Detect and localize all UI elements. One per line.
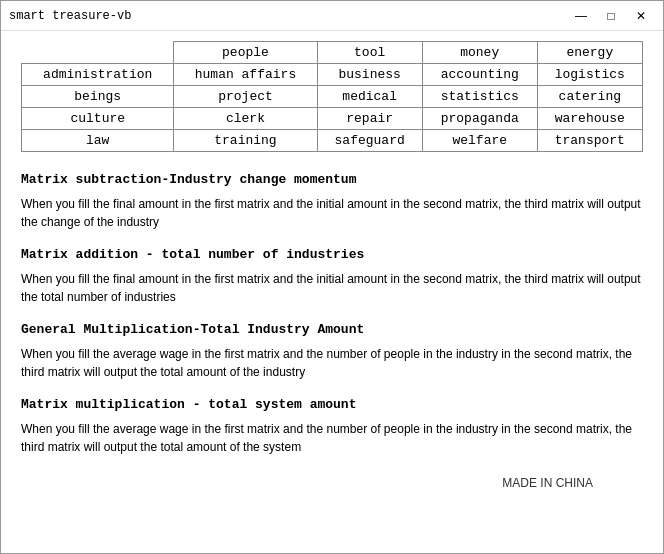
table-cell [22,42,174,64]
table-cell: logistics [537,64,642,86]
main-window: smart treasure-vb — □ ✕ peopletoolmoneye… [0,0,664,554]
table-cell: law [22,130,174,152]
content-area: peopletoolmoneyenergyadministrationhuman… [1,31,663,553]
table-cell: accounting [422,64,537,86]
window-controls: — □ ✕ [567,6,655,26]
section-2: General Multiplication-Total Industry Am… [21,322,643,381]
table-cell: business [317,64,422,86]
section-desc-1: When you fill the final amount in the fi… [21,270,643,306]
section-0: Matrix subtraction-Industry change momen… [21,172,643,231]
table-cell: repair [317,108,422,130]
section-desc-2: When you fill the average wage in the fi… [21,345,643,381]
section-3: Matrix multiplication - total system amo… [21,397,643,456]
table-row: beingsprojectmedicalstatisticscatering [22,86,643,108]
industry-table-container: peopletoolmoneyenergyadministrationhuman… [21,41,643,152]
table-cell: propaganda [422,108,537,130]
table-cell: transport [537,130,642,152]
table-cell: people [174,42,317,64]
table-cell: warehouse [537,108,642,130]
table-row: administrationhuman affairsbusinessaccou… [22,64,643,86]
section-desc-3: When you fill the average wage in the fi… [21,420,643,456]
table-cell: tool [317,42,422,64]
table-cell: administration [22,64,174,86]
industry-table: peopletoolmoneyenergyadministrationhuman… [21,41,643,152]
window-title: smart treasure-vb [9,9,567,23]
section-title-3: Matrix multiplication - total system amo… [21,397,643,412]
table-row: cultureclerkrepairpropagandawarehouse [22,108,643,130]
table-cell: statistics [422,86,537,108]
section-title-0: Matrix subtraction-Industry change momen… [21,172,643,187]
section-desc-0: When you fill the final amount in the fi… [21,195,643,231]
minimize-button[interactable]: — [567,6,595,26]
section-1: Matrix addition - total number of indust… [21,247,643,306]
maximize-button[interactable]: □ [597,6,625,26]
table-cell: energy [537,42,642,64]
table-row: peopletoolmoneyenergy [22,42,643,64]
section-title-2: General Multiplication-Total Industry Am… [21,322,643,337]
table-cell: beings [22,86,174,108]
table-cell: project [174,86,317,108]
footer-text: MADE IN CHINA [502,476,593,490]
table-cell: money [422,42,537,64]
table-cell: welfare [422,130,537,152]
sections-container: Matrix subtraction-Industry change momen… [21,172,643,456]
table-cell: catering [537,86,642,108]
table-cell: clerk [174,108,317,130]
titlebar: smart treasure-vb — □ ✕ [1,1,663,31]
table-row: lawtrainingsafeguardwelfaretransport [22,130,643,152]
section-title-1: Matrix addition - total number of indust… [21,247,643,262]
table-cell: training [174,130,317,152]
table-cell: safeguard [317,130,422,152]
close-button[interactable]: ✕ [627,6,655,26]
table-cell: culture [22,108,174,130]
table-cell: medical [317,86,422,108]
table-cell: human affairs [174,64,317,86]
